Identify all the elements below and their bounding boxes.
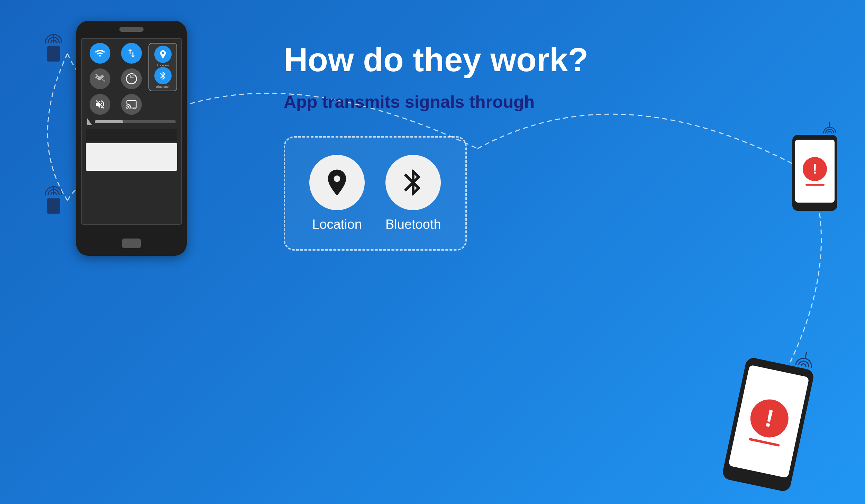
brightness-bar-area: [86, 118, 177, 125]
brightness-icon: [87, 118, 92, 125]
brightness-track: [95, 120, 176, 123]
location-circle: [309, 155, 365, 210]
qs-mute-btn[interactable]: [90, 94, 110, 115]
signal-item-bluetooth: Bluetooth: [385, 155, 441, 232]
antenna-top-left: [45, 28, 62, 62]
location-label: Location: [312, 217, 362, 232]
phone-home-button: [122, 239, 141, 248]
alert-line-br: [749, 438, 780, 447]
antenna-waves-bottom: [45, 180, 62, 197]
bluetooth-circle: [385, 155, 441, 210]
alert-line-tr: [805, 184, 825, 186]
qs-no-signal-btn[interactable]: [90, 68, 110, 89]
phone-content-area: [86, 143, 177, 171]
qs-wifi-btn[interactable]: [90, 43, 110, 64]
quick-settings-panel: Location Bluetooth: [82, 39, 181, 175]
small-phone-top-right: !: [792, 135, 837, 211]
antenna-body-top: [47, 46, 60, 62]
svg-point-8: [828, 131, 832, 133]
small-phone-screen-tr: !: [795, 140, 835, 203]
small-phone-antenna-tr: [822, 118, 837, 135]
sub-heading: App transmits signals through: [284, 92, 837, 112]
qs-cast-btn[interactable]: [121, 94, 142, 115]
alert-icon-br: !: [747, 396, 792, 441]
phone-outer: Location Bluetooth: [76, 21, 187, 256]
main-heading: How do they work?: [284, 41, 837, 78]
svg-line-15: [805, 352, 807, 358]
phone-screen: Location Bluetooth: [81, 38, 182, 225]
qs-location-icon: Location: [154, 46, 172, 67]
smartphone: Location Bluetooth: [76, 21, 187, 256]
phone-speaker: [119, 27, 144, 32]
antenna-body-bottom: [47, 198, 60, 214]
antenna-waves-top: [45, 28, 62, 45]
qs-highlighted-cell: Location Bluetooth: [148, 43, 177, 91]
signal-item-location: Location: [309, 155, 365, 232]
bluetooth-label: Bluetooth: [385, 217, 441, 232]
qs-data-btn[interactable]: [121, 43, 142, 64]
antenna-bottom-left: [45, 180, 62, 214]
qs-no-rotate-btn[interactable]: [121, 68, 142, 89]
phone-nav-bar: [86, 129, 177, 141]
signal-box: Location Bluetooth: [284, 136, 467, 251]
brightness-fill: [95, 120, 123, 123]
alert-icon-tr: !: [803, 157, 827, 181]
svg-point-14: [795, 357, 813, 368]
qs-bluetooth-icon: Bluetooth: [154, 67, 172, 88]
